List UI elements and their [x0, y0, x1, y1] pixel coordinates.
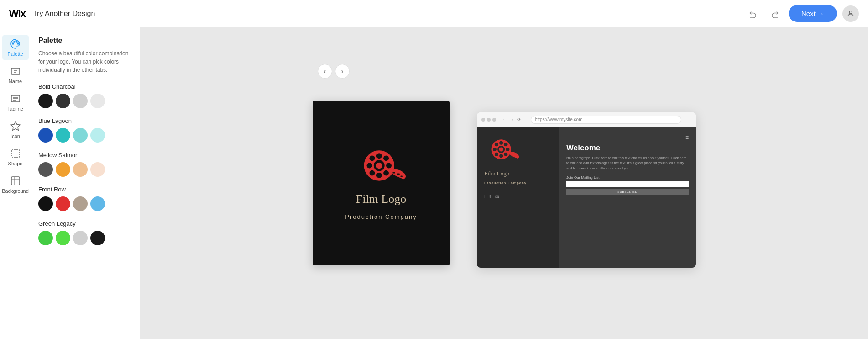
logo-brand-name: Film Logo: [356, 192, 407, 206]
svg-point-17: [376, 153, 382, 159]
swatch[interactable]: [90, 94, 105, 108]
site-brand-name: Film Logo: [484, 170, 509, 177]
site-main-content: ≡ Welcome I'm a paragraph. Click here to…: [559, 127, 696, 268]
palette-group-bold-charcoal: Bold Charcoal: [38, 83, 133, 108]
carousel-controls: ‹ ›: [318, 64, 350, 79]
site-tw-icon: 𝕥: [489, 194, 492, 199]
prev-arrow[interactable]: ‹: [318, 64, 332, 79]
swatch[interactable]: [56, 94, 70, 108]
sidebar-tagline-label: Tagline: [7, 106, 23, 111]
browser-dot: [481, 118, 485, 122]
svg-point-36: [504, 143, 507, 146]
swatch[interactable]: [38, 196, 53, 211]
next-arrow[interactable]: ›: [335, 64, 350, 79]
mailing-input: [566, 181, 689, 187]
svg-point-22: [383, 155, 389, 161]
logo-tagline: Production Company: [345, 213, 417, 220]
swatch[interactable]: [73, 94, 88, 108]
palette-group-front-row: Front Row: [38, 186, 133, 211]
svg-point-18: [376, 173, 382, 178]
main-content: Palette Name Tagline Ic: [0, 27, 868, 339]
browser-dot: [487, 118, 491, 122]
sidebar-name-label: Name: [9, 79, 22, 84]
sidebar-item-shape[interactable]: Shape: [2, 144, 29, 170]
palette-group-green-legacy: Green Legacy: [38, 220, 133, 245]
palette-swatches-mellow-salmon: [38, 162, 133, 177]
wix-logo: Wix: [9, 8, 26, 20]
palette-group-name: Blue Lagoon: [38, 117, 133, 124]
palette-swatches-green-legacy: [38, 231, 133, 245]
browser-content: Film Logo Production Company f 𝕥 ✉ ≡ Wel…: [477, 127, 696, 268]
browser-bar: ← → ⟳ https://www.mysite.com ≡: [477, 112, 696, 127]
swatch[interactable]: [73, 128, 88, 143]
site-welcome-heading: Welcome: [566, 143, 689, 153]
svg-point-34: [506, 148, 509, 151]
svg-point-31: [499, 141, 503, 145]
swatch[interactable]: [90, 231, 105, 245]
swatch[interactable]: [90, 162, 105, 177]
swatch[interactable]: [90, 128, 105, 143]
swatch[interactable]: [56, 231, 70, 245]
swatch[interactable]: [56, 196, 70, 211]
address-bar: https://www.mysite.com: [531, 116, 681, 124]
topbar-right: Next →: [745, 5, 859, 22]
svg-rect-25: [393, 172, 395, 173]
swatch[interactable]: [73, 162, 88, 177]
swatch[interactable]: [56, 162, 70, 177]
svg-marker-12: [11, 122, 20, 130]
swatch[interactable]: [38, 94, 53, 108]
svg-point-4: [17, 43, 19, 44]
svg-point-35: [495, 143, 498, 146]
swatch[interactable]: [73, 196, 88, 211]
svg-point-16: [376, 163, 382, 169]
svg-point-2: [14, 41, 15, 42]
next-button[interactable]: Next →: [789, 5, 837, 22]
palette-group-blue-lagoon: Blue Lagoon: [38, 117, 133, 143]
sidebar-background-label: Background: [2, 188, 29, 194]
logo-preview-card: Film Logo Production Company: [313, 101, 450, 265]
palette-description: Choose a beautiful color combination for…: [38, 49, 133, 74]
topbar: Wix Try Another Design Next →: [0, 0, 868, 27]
site-film-reel-icon: [484, 136, 521, 163]
site-sidebar: Film Logo Production Company f 𝕥 ✉: [477, 127, 559, 268]
svg-point-38: [504, 153, 507, 156]
svg-point-19: [367, 163, 372, 169]
site-body-text: I'm a paragraph. Click here to edit this…: [566, 155, 689, 171]
undo-button[interactable]: [745, 5, 761, 22]
sidebar-palette-label: Palette: [7, 51, 23, 57]
sidebar-item-name[interactable]: Name: [2, 62, 29, 88]
svg-point-21: [370, 155, 375, 161]
swatch[interactable]: [56, 128, 70, 143]
topbar-left: Wix Try Another Design: [9, 8, 95, 20]
site-sub-text: Production Company: [484, 181, 527, 185]
svg-rect-27: [401, 176, 403, 177]
sidebar-item-tagline[interactable]: Tagline: [2, 90, 29, 115]
mailing-label: Join Our Mailing List: [566, 175, 689, 180]
sidebar-item-palette[interactable]: Palette: [2, 35, 29, 60]
canvas-area: ‹ ›: [141, 27, 868, 339]
svg-point-20: [386, 163, 392, 169]
palette-group-name: Front Row: [38, 186, 133, 193]
user-profile-button[interactable]: [842, 5, 859, 22]
swatch[interactable]: [73, 231, 88, 245]
svg-rect-5: [11, 68, 20, 74]
palette-swatches-bold-charcoal: [38, 94, 133, 108]
palette-swatches-front-row: [38, 196, 133, 211]
sidebar-nav: Palette Name Tagline Ic: [0, 27, 31, 339]
sidebar-shape-label: Shape: [8, 161, 23, 166]
hamburger-menu-icon: ≡: [566, 134, 689, 141]
svg-point-0: [849, 11, 852, 14]
site-email-icon: ✉: [495, 194, 499, 199]
sidebar-item-icon[interactable]: Icon: [2, 117, 29, 143]
svg-point-1: [12, 43, 14, 44]
swatch[interactable]: [38, 231, 53, 245]
page-title: Try Another Design: [33, 10, 95, 18]
swatch[interactable]: [38, 162, 53, 177]
palette-group-name: Mellow Salmon: [38, 152, 133, 159]
palette-panel: Palette Choose a beautiful color combina…: [31, 27, 141, 339]
swatch[interactable]: [90, 196, 105, 211]
sidebar-item-background[interactable]: Background: [2, 172, 29, 197]
svg-rect-13: [11, 177, 20, 185]
redo-button[interactable]: [767, 5, 783, 22]
swatch[interactable]: [38, 128, 53, 143]
